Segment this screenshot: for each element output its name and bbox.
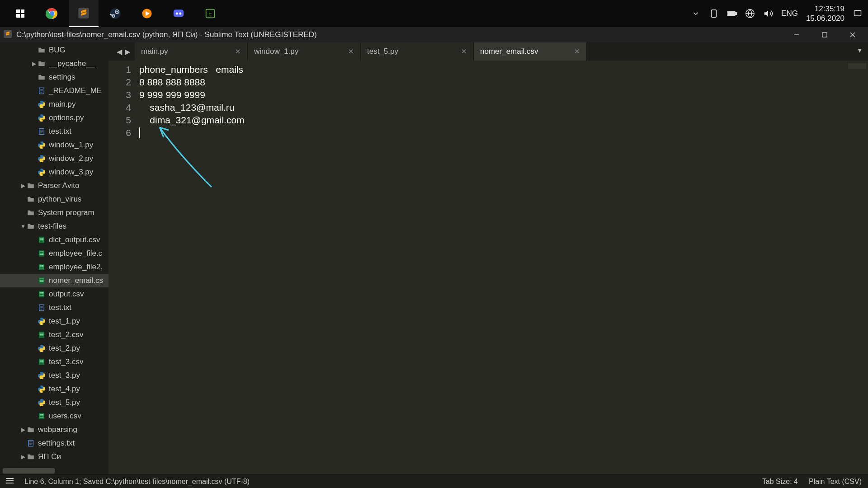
- tab[interactable]: nomer_email.csv✕: [474, 42, 587, 61]
- taskbar-app-steam[interactable]: [100, 0, 130, 27]
- tab-close-icon[interactable]: ✕: [348, 47, 354, 56]
- tree-item[interactable]: test_3.py: [0, 369, 108, 382]
- language-indicator[interactable]: ENG: [781, 9, 798, 18]
- tree-item[interactable]: test_4.py: [0, 382, 108, 396]
- tree-item[interactable]: nomer_email.cs: [0, 274, 108, 287]
- code-line: [139, 127, 868, 139]
- code-text[interactable]: phone_numbers emails8 888 888 88889 999 …: [137, 61, 868, 474]
- maximize-button[interactable]: [811, 27, 838, 42]
- tree-item[interactable]: users.csv: [0, 409, 108, 423]
- network-icon[interactable]: [745, 9, 755, 19]
- tree-item[interactable]: employee_file2.: [0, 260, 108, 274]
- tree-item[interactable]: main.py: [0, 98, 108, 111]
- tree-item[interactable]: test_5.py: [0, 396, 108, 409]
- svg-rect-81: [40, 360, 41, 361]
- svg-rect-93: [41, 417, 43, 418]
- tree-item[interactable]: ▶Parser Avito: [0, 179, 108, 192]
- tree-item[interactable]: settings: [0, 70, 108, 84]
- tree-item[interactable]: window_1.py: [0, 138, 108, 152]
- svg-rect-60: [40, 282, 41, 282]
- status-syntax[interactable]: Plain Text (CSV): [809, 478, 862, 486]
- tab-close-icon[interactable]: ✕: [574, 47, 580, 56]
- tree-item-label: nomer_email.cs: [49, 276, 103, 285]
- tree-item[interactable]: BUG: [0, 43, 108, 57]
- tray-chevron-icon[interactable]: [691, 9, 701, 19]
- tree-item[interactable]: window_3.py: [0, 165, 108, 179]
- clock-date: 15.06.2020: [806, 14, 844, 23]
- tree-item[interactable]: employee_file.c: [0, 247, 108, 260]
- svg-rect-45: [41, 253, 43, 254]
- tree-item[interactable]: settings.txt: [0, 436, 108, 450]
- tree-item[interactable]: ▶ЯП Си: [0, 450, 108, 464]
- tree-item[interactable]: test_3.csv: [0, 355, 108, 369]
- taskbar-app-stream[interactable]: E: [195, 0, 225, 27]
- taskbar-app-discord[interactable]: [164, 0, 193, 27]
- tab-close-icon[interactable]: ✕: [235, 47, 241, 56]
- tree-item[interactable]: ▶__pycache__: [0, 57, 108, 70]
- tree-item[interactable]: options.py: [0, 111, 108, 125]
- notifications-icon[interactable]: [853, 9, 863, 19]
- svg-rect-37: [40, 239, 41, 240]
- nav-forward-icon[interactable]: ▶: [125, 47, 130, 56]
- start-button[interactable]: [5, 0, 35, 27]
- line-number: 3: [108, 89, 131, 101]
- tree-item-label: python_virus: [38, 195, 81, 204]
- tree-item[interactable]: test.txt: [0, 125, 108, 138]
- csv-icon: [37, 330, 46, 339]
- tab[interactable]: window_1.py✕: [248, 42, 361, 61]
- tab-close-icon[interactable]: ✕: [461, 47, 467, 56]
- svg-rect-56: [40, 279, 41, 280]
- status-position: Line 6, Column 1; Saved C:\python\test-f…: [24, 478, 250, 486]
- folder-icon: [26, 208, 35, 217]
- tree-item[interactable]: _README_ME: [0, 84, 108, 98]
- tree-item[interactable]: dict_output.csv: [0, 233, 108, 247]
- tree-item[interactable]: ▶webparsing: [0, 423, 108, 436]
- tree-item[interactable]: test_2.csv: [0, 328, 108, 342]
- scrollbar-thumb[interactable]: [3, 468, 55, 474]
- tree-item[interactable]: test_1.py: [0, 314, 108, 328]
- status-menu-icon[interactable]: [6, 478, 14, 486]
- code-line: phone_numbers emails: [139, 63, 868, 76]
- tray-device-icon[interactable]: [709, 9, 719, 19]
- tree-item[interactable]: System program: [0, 206, 108, 220]
- volume-icon[interactable]: [763, 9, 773, 19]
- py-icon: [37, 317, 46, 326]
- svg-rect-88: [40, 414, 41, 415]
- taskbar-app-sublime[interactable]: [69, 0, 99, 27]
- minimap[interactable]: [848, 63, 866, 69]
- tree-item[interactable]: python_virus: [0, 192, 108, 206]
- tree-item[interactable]: test.txt: [0, 301, 108, 314]
- svg-rect-89: [41, 414, 43, 415]
- status-tabsize[interactable]: Tab Size: 4: [762, 478, 798, 486]
- tab[interactable]: test_5.py✕: [361, 42, 474, 61]
- close-button[interactable]: [839, 27, 866, 42]
- tab[interactable]: main.py✕: [135, 42, 248, 61]
- minimize-button[interactable]: [783, 27, 810, 42]
- tree-item-label: test.txt: [49, 303, 71, 312]
- tab-nav-arrows[interactable]: ◀ ▶: [108, 42, 135, 61]
- nav-back-icon[interactable]: ◀: [117, 47, 122, 56]
- taskbar-app-chrome[interactable]: [37, 0, 67, 27]
- line-number: 4: [108, 101, 131, 114]
- folder-icon: [37, 59, 46, 68]
- txt-icon: [37, 127, 46, 136]
- txt-icon: [37, 86, 46, 95]
- taskbar-left: E: [5, 0, 225, 27]
- svg-marker-19: [764, 10, 768, 17]
- file-tree[interactable]: BUG▶__pycache__settings_README_MEmain.py…: [0, 42, 108, 474]
- tabs-overflow-icon[interactable]: ▼: [857, 47, 863, 54]
- tree-item[interactable]: ▼test-files: [0, 220, 108, 233]
- tree-item[interactable]: window_2.py: [0, 152, 108, 165]
- tree-item[interactable]: output.csv: [0, 287, 108, 301]
- sidebar-scrollbar[interactable]: [3, 468, 103, 474]
- system-tray: ENG 12:35:19 15.06.2020: [691, 4, 863, 23]
- battery-icon[interactable]: [727, 9, 737, 19]
- taskbar-app-media[interactable]: [132, 0, 162, 27]
- py-icon: [37, 113, 46, 122]
- tree-item[interactable]: test_2.py: [0, 342, 108, 355]
- window-titlebar: C:\python\test-files\nomer_email.csv (py…: [0, 27, 868, 42]
- code-view[interactable]: 123456 phone_numbers emails8 888 888 888…: [108, 61, 868, 474]
- caret-icon: ▶: [20, 427, 26, 433]
- taskbar-clock[interactable]: 12:35:19 15.06.2020: [806, 4, 844, 23]
- folder-icon: [26, 181, 35, 190]
